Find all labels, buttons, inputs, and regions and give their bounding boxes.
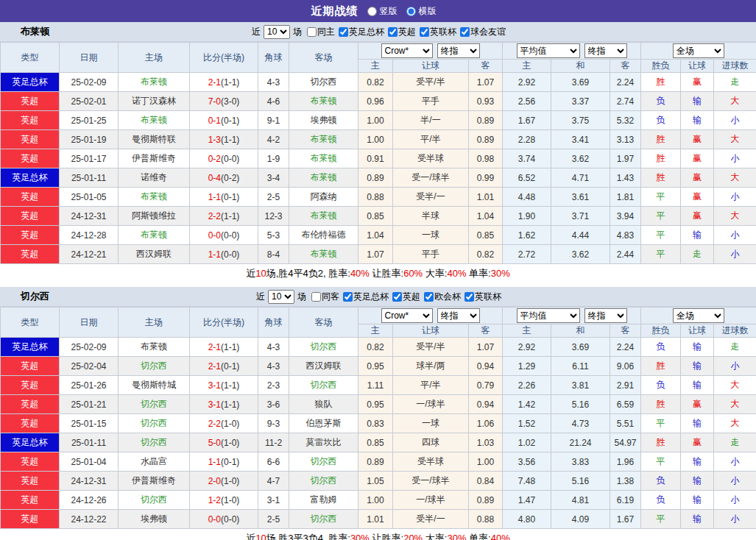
summary-segment: 大率: <box>423 532 447 540</box>
home-team: 切尔西 <box>119 491 190 510</box>
summary-segment: 40% <box>491 533 510 540</box>
final-odds-select-2[interactable]: 终指 <box>584 308 627 323</box>
avg-draw-odds: 6.11 <box>551 357 610 376</box>
bookmaker-select[interactable]: Crow* <box>381 308 433 323</box>
final-odds-select-2[interactable]: 终指 <box>584 43 627 58</box>
league-checkbox[interactable] <box>420 27 429 37</box>
fulltime-select-cell: 全场 <box>641 308 756 324</box>
avg-away-odds: 2.24 <box>610 338 641 357</box>
radio-icon[interactable] <box>406 7 416 16</box>
match-date: 25-02-09 <box>60 338 119 357</box>
avg-away-odds: 2.74 <box>610 92 641 111</box>
avg-home-odds: 1.90 <box>503 207 551 226</box>
league-checkbox[interactable] <box>464 292 474 302</box>
league-checkbox-label[interactable]: 欧会杯 <box>424 291 461 303</box>
col-header-home: 主场 <box>119 308 190 338</box>
result-goals: 走 <box>714 73 756 92</box>
same-venue-checkbox[interactable] <box>307 27 317 37</box>
col-header-avg-home: 主 <box>503 324 551 338</box>
avg-draw-odds: 3.61 <box>551 188 610 207</box>
col-header-avg-home: 主 <box>503 60 551 73</box>
col-header-handicap: 让球 <box>393 60 469 73</box>
handicap-line: 平/半 <box>393 376 469 395</box>
match-row: 英超25-01-21切尔西3-1(1-1)3-6狼队0.95一/球半0.941.… <box>1 395 756 414</box>
filter-games-label: 场 <box>297 291 306 303</box>
avg-home-odds: 1.62 <box>503 226 551 245</box>
home-team: 西汉姆联 <box>119 245 190 264</box>
score-cell: 7-0(3-0) <box>190 92 258 111</box>
league-checkbox[interactable] <box>460 27 470 37</box>
avg-draw-odds: 3.62 <box>551 149 610 168</box>
match-row: 英超25-01-04水晶宫1-1(0-1)6-6切尔西0.89受半球1.003.… <box>1 452 756 472</box>
result-wdl: 平 <box>641 207 681 226</box>
final-odds-select[interactable]: 终指 <box>437 43 480 58</box>
result-wdl: 胜 <box>641 357 681 376</box>
match-date: 24-12-22 <box>60 510 119 529</box>
league-checkbox[interactable] <box>339 27 348 37</box>
team-section: 切尔西 近10场同客英足总杯英超欧会杯英联杯 类型 日期 主场 比分(半场) 角… <box>0 287 756 540</box>
layout-radio-vertical[interactable]: 竖版 <box>367 5 398 18</box>
handicap-away-odds: 0.89 <box>469 111 503 130</box>
league-checkbox-label[interactable]: 球会友谊 <box>460 26 506 38</box>
match-date: 25-01-25 <box>60 111 119 130</box>
match-row: 英超25-01-17伊普斯维奇0-2(0-0)1-9布莱顿0.91受半球0.98… <box>1 149 756 168</box>
average-select[interactable]: 平均值 <box>517 308 580 323</box>
radio-icon[interactable] <box>367 7 377 16</box>
result-handicap: 赢 <box>681 130 714 149</box>
away-team: 狼队 <box>289 395 358 414</box>
corner-score: 9-1 <box>258 111 289 130</box>
league-checkbox[interactable] <box>424 292 434 302</box>
score-cell: 5-0(1-0) <box>190 433 258 452</box>
home-team: 阿斯顿维拉 <box>119 207 190 226</box>
final-odds-select[interactable]: 终指 <box>437 308 480 323</box>
avg-away-odds: 2.24 <box>610 73 641 92</box>
handicap-home-odds: 1.11 <box>358 376 393 395</box>
corner-score: 1-9 <box>258 149 289 168</box>
handicap-line: 平/半 <box>393 130 469 149</box>
same-venue-checkbox-label[interactable]: 同客 <box>311 291 339 303</box>
corner-score: 3-1 <box>258 491 289 510</box>
result-wdl: 胜 <box>641 130 681 149</box>
layout-radio-horizontal[interactable]: 横版 <box>406 5 437 18</box>
handicap-away-odds: 0.85 <box>469 226 503 245</box>
fulltime-select[interactable]: 全场 <box>673 308 724 323</box>
match-row: 英超25-01-05布莱顿1-1(0-1)2-5阿森纳0.88受半/一1.014… <box>1 188 756 207</box>
league-checkbox[interactable] <box>392 292 402 302</box>
bookmaker-select[interactable]: Crow* <box>381 43 433 58</box>
result-goals: 小 <box>714 357 756 376</box>
handicap-line: 一球 <box>393 414 469 433</box>
match-count-select[interactable]: 10 <box>264 25 290 39</box>
handicap-home-odds: 0.83 <box>358 414 393 433</box>
league-checkbox-label[interactable]: 英足总杯 <box>339 26 384 38</box>
corner-score: 12-3 <box>258 207 289 226</box>
col-header-away: 客场 <box>289 308 358 338</box>
away-team: 伯恩茅斯 <box>289 414 358 433</box>
average-select[interactable]: 平均值 <box>517 43 580 58</box>
same-venue-checkbox[interactable] <box>311 292 321 302</box>
competition-badge: 英足总杯 <box>1 168 60 188</box>
league-checkbox-label[interactable]: 英足总杯 <box>343 291 389 303</box>
league-checkbox-label[interactable]: 英超 <box>392 291 420 303</box>
match-count-select[interactable]: 10 <box>268 290 294 304</box>
competition-badge: 英超 <box>1 207 60 226</box>
away-team: 切尔西 <box>289 338 358 357</box>
competition-badge: 英足总杯 <box>1 73 60 92</box>
match-date: 24-12-21 <box>60 245 119 264</box>
league-checkbox[interactable] <box>388 27 398 37</box>
handicap-home-odds: 1.01 <box>358 510 393 529</box>
handicap-away-odds: 1.01 <box>469 188 503 207</box>
league-checkbox-label[interactable]: 英联杯 <box>464 291 501 303</box>
league-checkbox-label[interactable]: 英超 <box>388 26 416 38</box>
league-checkbox-label[interactable]: 英联杯 <box>420 26 456 38</box>
avg-away-odds: 4.83 <box>610 226 641 245</box>
average-select-cell: 平均值终指 <box>503 43 641 60</box>
fulltime-select[interactable]: 全场 <box>673 43 724 58</box>
col-header-odds-home: 主 <box>358 60 393 73</box>
summary-segment: 场,胜4平4负2, 胜率: <box>266 267 350 280</box>
result-handicap: 赢 <box>681 207 714 226</box>
league-checkbox[interactable] <box>343 292 353 302</box>
same-venue-checkbox-label[interactable]: 同主 <box>307 26 335 38</box>
corner-score: 6-6 <box>258 452 289 472</box>
avg-away-odds: 3.13 <box>610 130 641 149</box>
competition-badge: 英超 <box>1 414 60 433</box>
